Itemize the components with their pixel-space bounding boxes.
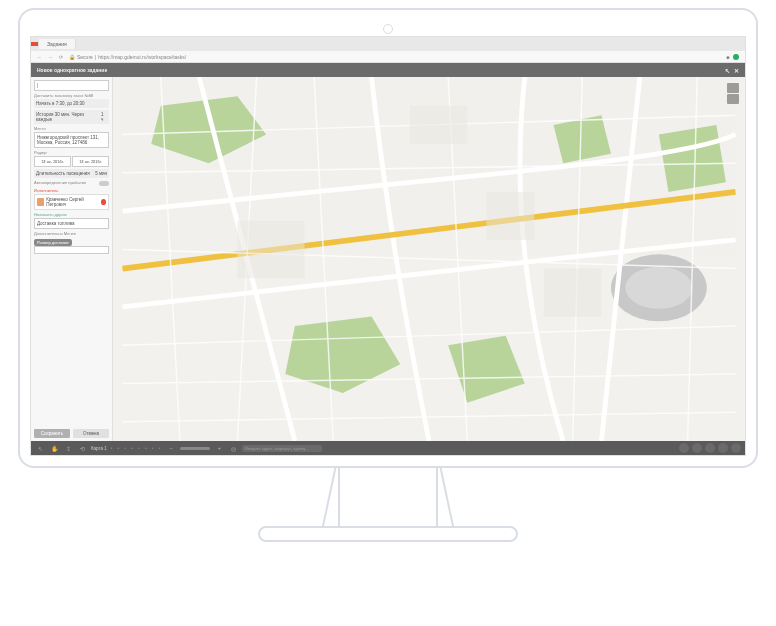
cancel-button[interactable]: Отмена bbox=[73, 429, 109, 438]
task-name-input[interactable]: | bbox=[34, 80, 109, 91]
tab-indicator[interactable] bbox=[31, 42, 39, 46]
app-titlebar: Новое однократное задание ↖ ✕ bbox=[31, 63, 745, 77]
map-canvas[interactable] bbox=[113, 77, 745, 441]
toolbar-circle-3[interactable] bbox=[705, 443, 715, 453]
time-row[interactable]: Начать в 7:30, до 20:30 bbox=[34, 99, 109, 108]
browser-urlbar: ← → ⟳ 🔒 Secure | https://map.gdemoi.ru/w… bbox=[31, 51, 745, 63]
svg-rect-3 bbox=[410, 106, 467, 144]
screen: Задания ← → ⟳ 🔒 Secure | https://map.gde… bbox=[30, 36, 746, 456]
task-sidebar: | Доставить заказчику заказ №88 Начать в… bbox=[31, 77, 113, 441]
zoom-slider[interactable] bbox=[180, 447, 210, 450]
extension-icon[interactable]: ◆ bbox=[726, 54, 730, 60]
page-title: Новое однократное задание bbox=[37, 67, 107, 73]
action-less[interactable]: Менее bbox=[64, 231, 76, 236]
monitor-frame: Задания ← → ⟳ 🔒 Secure | https://map.gde… bbox=[18, 8, 758, 468]
history-row[interactable]: История 30 мин. Через каждые1 ч bbox=[34, 110, 109, 124]
duration-row[interactable]: Длительность посещения5 мин bbox=[34, 169, 109, 178]
sidebar-footer: Сохранить Отмена bbox=[34, 426, 109, 438]
share-icon[interactable]: ⇪ bbox=[63, 443, 73, 453]
map-svg bbox=[113, 77, 745, 441]
svg-point-2 bbox=[625, 267, 692, 309]
delivery-size-input[interactable] bbox=[34, 246, 109, 254]
delivery-size-tag[interactable]: Размер доставки bbox=[34, 239, 72, 246]
url-text[interactable]: https://map.gdemoi.ru/workspace/tasks/ bbox=[98, 54, 186, 60]
browser-tabbar: Задания bbox=[31, 37, 745, 51]
address-label: Место bbox=[34, 126, 109, 131]
remove-executor-icon[interactable] bbox=[101, 199, 106, 205]
zoom-in-icon[interactable]: + bbox=[214, 443, 224, 453]
map-layers-button[interactable] bbox=[727, 94, 739, 104]
nav-reload-icon[interactable]: ⟳ bbox=[59, 54, 63, 60]
bottom-toolbar: ↖ ✋ ⇪ ⟲ Карта 1 • • • • • • • • − + ◎ Вв… bbox=[31, 441, 745, 455]
map-search-input[interactable]: Введите адрес, маршрут, группу... bbox=[242, 445, 322, 452]
secure-label: Secure bbox=[77, 54, 93, 60]
arrival-label: Автоопределение прибытия bbox=[34, 180, 86, 185]
action-more[interactable]: Дополнительно bbox=[34, 231, 63, 236]
delivery-input[interactable]: Доставка топлива bbox=[34, 218, 109, 229]
monitor-stand-neck bbox=[338, 468, 438, 528]
map-controls bbox=[727, 83, 739, 104]
target-icon[interactable]: ◎ bbox=[228, 443, 238, 453]
svg-rect-5 bbox=[237, 221, 304, 278]
radius-label: Радиус bbox=[34, 150, 109, 155]
avatar-icon bbox=[37, 198, 44, 206]
map-label: Карта 1 bbox=[91, 446, 107, 451]
date-start-input[interactable]: 13 ок. 2016г. bbox=[34, 156, 71, 167]
executor-item[interactable]: Кравченко Сергей Петрович bbox=[34, 194, 109, 210]
toolbar-circle-4[interactable] bbox=[718, 443, 728, 453]
save-button[interactable]: Сохранить bbox=[34, 429, 70, 438]
cursor-tool-icon[interactable]: ↖ bbox=[35, 443, 45, 453]
arrival-toggle[interactable] bbox=[99, 181, 109, 186]
svg-rect-6 bbox=[544, 269, 601, 317]
browser-tab[interactable]: Задания bbox=[39, 39, 76, 49]
date-end-input[interactable]: 13 ок. 2016г. bbox=[72, 156, 109, 167]
date-row: 13 ок. 2016г. 13 ок. 2016г. bbox=[34, 156, 109, 167]
extension-dot-icon[interactable] bbox=[733, 54, 739, 60]
toolbar-circle-5[interactable] bbox=[731, 443, 741, 453]
hand-tool-icon[interactable]: ✋ bbox=[49, 443, 59, 453]
svg-rect-4 bbox=[486, 192, 534, 240]
executor-section-label: Исполнитель bbox=[34, 188, 109, 193]
toolbar-circle-1[interactable] bbox=[679, 443, 689, 453]
monitor-stand-base bbox=[258, 526, 518, 542]
add-executor-link[interactable]: Назначить других bbox=[34, 212, 109, 217]
camera-dot bbox=[383, 24, 393, 34]
task-deliver-label: Доставить заказчику заказ №88 bbox=[34, 93, 109, 98]
nav-back-icon[interactable]: ← bbox=[37, 54, 42, 60]
content-area: | Доставить заказчику заказ №88 Начать в… bbox=[31, 77, 745, 441]
lock-icon: 🔒 bbox=[69, 54, 75, 60]
tool-icon-2[interactable]: ✕ bbox=[734, 67, 739, 74]
nav-forward-icon[interactable]: → bbox=[48, 54, 53, 60]
tool-icon-1[interactable]: ↖ bbox=[725, 67, 730, 74]
map-control-button[interactable] bbox=[727, 83, 739, 93]
route-icon[interactable]: ⟲ bbox=[77, 443, 87, 453]
toolbar-circle-2[interactable] bbox=[692, 443, 702, 453]
pagination-dots[interactable]: • • • • • • • • bbox=[111, 446, 162, 451]
executor-name: Кравченко Сергей Петрович bbox=[46, 197, 99, 207]
address-input[interactable]: Нижегородский проспект 131, Москва, Росс… bbox=[34, 132, 109, 148]
zoom-out-icon[interactable]: − bbox=[166, 443, 176, 453]
